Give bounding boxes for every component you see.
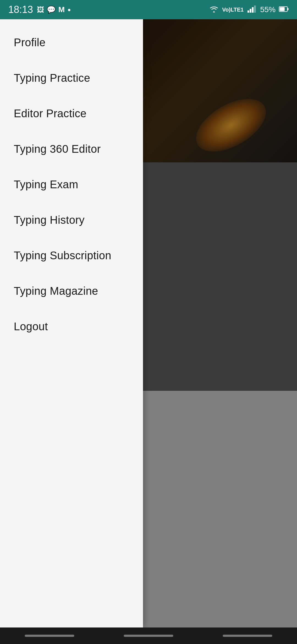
nav-pill-recents[interactable] <box>223 635 272 637</box>
sidebar-item-typing-exam[interactable]: Typing Exam <box>0 167 143 202</box>
sidebar-item-logout[interactable]: Logout <box>0 309 143 344</box>
sidebar-item-profile[interactable]: Profile <box>0 25 143 60</box>
sidebar-item-typing-history[interactable]: Typing History <box>0 202 143 238</box>
sidebar-item-typing-magazine[interactable]: Typing Magazine <box>0 273 143 309</box>
sidebar-item-editor-practice[interactable]: Editor Practice <box>0 96 143 131</box>
svg-rect-3 <box>254 6 256 13</box>
battery-icon <box>279 5 289 14</box>
drawer-menu: Profile Typing Practice Editor Practice … <box>0 19 143 627</box>
wifi-icon <box>209 5 219 15</box>
svg-rect-5 <box>287 8 288 10</box>
nav-pill-home[interactable] <box>124 635 173 637</box>
svg-rect-2 <box>252 7 254 13</box>
status-time: 18:13 <box>8 4 33 15</box>
dot-icon: ● <box>67 7 71 13</box>
chat-icon: 💬 <box>47 6 56 14</box>
bottom-nav <box>0 627 297 644</box>
status-right: Vo)LTE1 55% <box>209 5 289 15</box>
image-icon: 🖼 <box>37 6 44 14</box>
sidebar-item-typing-360-editor[interactable]: Typing 360 Editor <box>0 131 143 167</box>
svg-rect-0 <box>248 10 249 13</box>
volte-icon: Vo)LTE1 <box>222 7 244 13</box>
sidebar-item-typing-subscription[interactable]: Typing Subscription <box>0 238 143 273</box>
signal-icon <box>247 5 257 15</box>
sidebar-item-typing-practice[interactable]: Typing Practice <box>0 60 143 96</box>
battery-percentage: 55% <box>260 5 276 14</box>
svg-rect-1 <box>250 9 251 13</box>
status-icons: 🖼 💬 M ● <box>37 5 71 14</box>
svg-rect-6 <box>280 7 285 11</box>
drawer: Profile Typing Practice Editor Practice … <box>0 19 143 627</box>
nav-pill-back[interactable] <box>25 635 74 637</box>
m-icon: M <box>58 5 65 14</box>
status-left: 18:13 🖼 💬 M ● <box>8 4 71 15</box>
status-bar: 18:13 🖼 💬 M ● Vo)LTE1 <box>0 0 297 19</box>
